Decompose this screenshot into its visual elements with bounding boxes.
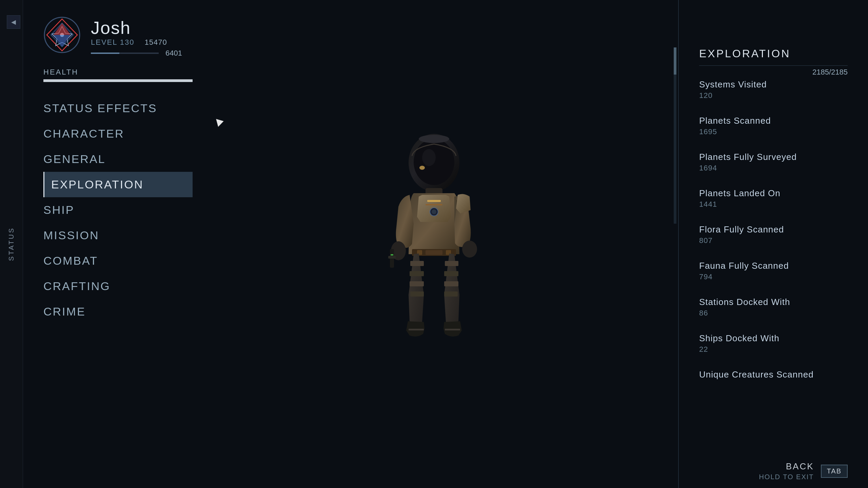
svg-rect-27 <box>410 291 424 297</box>
level-row: LEVEL 130 15470 <box>91 38 182 47</box>
player-name: Josh <box>91 19 182 37</box>
stat-value-flora-fully-scanned: 807 <box>699 236 848 245</box>
stat-name-stations-docked-with: Stations Docked With <box>699 297 848 307</box>
svg-rect-30 <box>444 281 458 286</box>
back-group: BACK HOLD TO EXIT <box>759 461 814 481</box>
svg-rect-33 <box>445 329 460 330</box>
stat-value-systems-visited: 120 <box>699 91 848 100</box>
svg-rect-17 <box>388 256 396 259</box>
stat-name-planets-fully-surveyed: Planets Fully Surveyed <box>699 152 848 162</box>
nav-item-character[interactable]: CHARACTER <box>43 121 193 146</box>
stat-stations-docked-with: Stations Docked With 86 <box>699 297 848 318</box>
stat-name-fauna-fully-scanned: Fauna Fully Scanned <box>699 261 848 271</box>
stat-systems-visited: Systems Visited 120 <box>699 79 848 100</box>
stat-unique-creatures-scanned: Unique Creatures Scanned <box>699 369 848 380</box>
stat-value-planets-landed-on: 1441 <box>699 200 848 209</box>
svg-rect-24 <box>410 261 424 266</box>
stat-name-planets-scanned: Planets Scanned <box>699 116 848 126</box>
stat-fauna-fully-scanned: Fauna Fully Scanned 794 <box>699 261 848 281</box>
nav-item-ship[interactable]: SHIP <box>43 197 193 223</box>
level-label: LEVEL 130 <box>91 38 135 47</box>
stat-value-ships-docked-with: 22 <box>699 345 848 354</box>
back-label: BACK <box>786 461 814 472</box>
svg-rect-31 <box>444 291 458 297</box>
stat-value-planets-fully-surveyed: 1694 <box>699 164 848 172</box>
scroll-indicator[interactable] <box>674 47 676 224</box>
character-display <box>186 34 682 454</box>
status-sidebar: STATUS <box>0 0 23 488</box>
nav-item-status-effects[interactable]: STATUS EFFECTS <box>43 96 193 121</box>
xp-bar <box>91 53 159 54</box>
stat-name-systems-visited: Systems Visited <box>699 79 848 90</box>
xp-bar-row: 6401 <box>91 49 182 58</box>
nav-item-crime[interactable]: CRIME <box>43 299 193 324</box>
stat-name-flora-fully-scanned: Flora Fully Scanned <box>699 224 848 235</box>
stat-value-fauna-fully-scanned: 794 <box>699 272 848 281</box>
svg-rect-29 <box>444 271 458 276</box>
nav-item-crafting[interactable]: CRAFTING <box>43 273 193 299</box>
svg-point-34 <box>419 166 425 170</box>
xp-total: 15470 <box>145 38 167 47</box>
health-bar-fill <box>43 79 193 82</box>
nav-item-exploration[interactable]: EXPLORATION <box>43 172 193 197</box>
stats-divider <box>699 65 848 66</box>
svg-rect-32 <box>409 329 424 330</box>
stat-name-ships-docked-with: Ships Docked With <box>699 333 848 344</box>
nav-item-general[interactable]: GENERAL <box>43 146 193 172</box>
stat-planets-scanned: Planets Scanned 1695 <box>699 116 848 136</box>
status-sidebar-label: STATUS <box>7 227 15 261</box>
stat-name-planets-landed-on: Planets Landed On <box>699 188 848 199</box>
svg-rect-25 <box>410 271 424 276</box>
tab-key[interactable]: TAB <box>821 465 848 478</box>
svg-point-7 <box>422 149 436 166</box>
profile-info: Josh LEVEL 130 15470 6401 <box>91 16 182 58</box>
svg-rect-10 <box>427 200 441 202</box>
stat-planets-fully-surveyed: Planets Fully Surveyed 1694 <box>699 152 848 172</box>
svg-rect-18 <box>391 254 393 256</box>
xp-bar-fill <box>91 53 119 54</box>
svg-point-19 <box>462 241 477 258</box>
collapse-button[interactable]: ◀ <box>7 15 20 29</box>
svg-point-13 <box>432 209 436 214</box>
svg-rect-22 <box>426 250 442 255</box>
xp-current: 6401 <box>165 49 182 58</box>
nav-item-combat[interactable]: COMBAT <box>43 248 193 273</box>
stats-panel: EXPLORATION Systems Visited 120 Planets … <box>678 0 868 488</box>
hold-to-exit-label: HOLD TO EXIT <box>759 473 814 481</box>
stat-value-stations-docked-with: 86 <box>699 309 848 318</box>
stats-title: EXPLORATION <box>699 47 848 60</box>
avatar <box>43 16 81 54</box>
svg-rect-28 <box>445 261 458 266</box>
scroll-thumb <box>674 47 676 75</box>
health-bar <box>43 79 193 82</box>
svg-rect-26 <box>410 281 424 286</box>
nav-item-mission[interactable]: MISSION <box>43 223 193 248</box>
health-label: HEALTH <box>43 68 78 77</box>
svg-point-8 <box>419 135 449 143</box>
astronaut-figure <box>370 129 498 359</box>
stat-value-planets-scanned: 1695 <box>699 127 848 136</box>
bottom-bar: BACK HOLD TO EXIT TAB <box>23 454 868 488</box>
svg-rect-11 <box>426 204 442 205</box>
collapse-icon: ◀ <box>11 18 16 26</box>
stat-flora-fully-scanned: Flora Fully Scanned 807 <box>699 224 848 245</box>
stat-ships-docked-with: Ships Docked With 22 <box>699 333 848 354</box>
stat-name-unique-creatures-scanned: Unique Creatures Scanned <box>699 369 848 380</box>
stat-planets-landed-on: Planets Landed On 1441 <box>699 188 848 209</box>
